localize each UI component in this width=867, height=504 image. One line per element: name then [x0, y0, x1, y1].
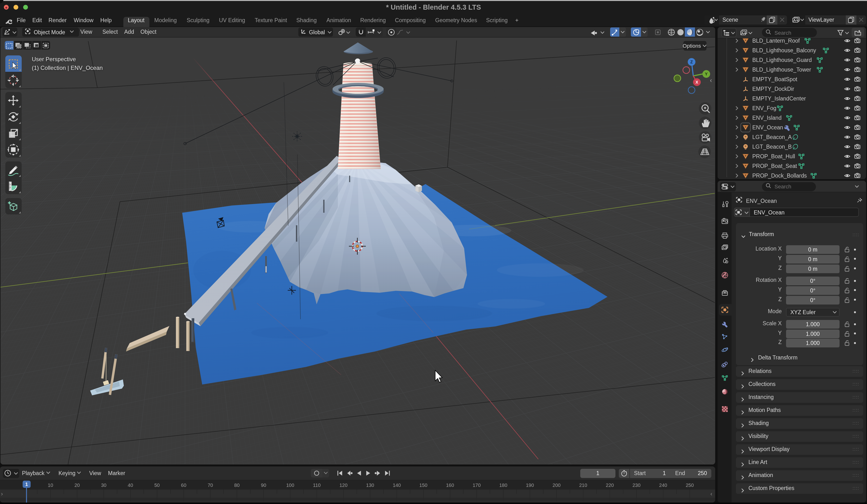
svg-text:ENV_Island: ENV_Island [752, 115, 781, 121]
svg-text:Z: Z [691, 60, 693, 64]
svg-text:PROP_Boat_Hull: PROP_Boat_Hull [752, 153, 795, 159]
svg-text:80: 80 [234, 482, 239, 487]
svg-text:PROP_Dock_Bollards: PROP_Dock_Bollards [752, 172, 807, 179]
svg-text:40: 40 [128, 482, 133, 487]
svg-text:PROP_Boat_Seat: PROP_Boat_Seat [752, 163, 797, 169]
svg-text:BLD_Lantern_Roof: BLD_Lantern_Roof [752, 37, 800, 44]
svg-text:LGT_Beacon_A: LGT_Beacon_A [752, 134, 792, 140]
svg-text:190: 190 [526, 482, 534, 487]
svg-text:1: 1 [25, 481, 28, 487]
svg-text:20: 20 [74, 482, 80, 487]
svg-text:EMPTY_DockDir: EMPTY_DockDir [752, 86, 794, 92]
svg-text:LGT_Beacon_B: LGT_Beacon_B [752, 143, 792, 150]
svg-text:200: 200 [553, 482, 560, 487]
svg-text:100: 100 [286, 482, 294, 487]
svg-text:BLD_Lighthouse_Guard: BLD_Lighthouse_Guard [752, 57, 812, 63]
svg-text:160: 160 [446, 482, 454, 487]
svg-text:70: 70 [208, 482, 213, 487]
svg-text:10: 10 [48, 482, 53, 487]
svg-text:BLD_Lighthouse_Balcony: BLD_Lighthouse_Balcony [752, 47, 816, 53]
svg-text:BLD_Lighthouse_Tower: BLD_Lighthouse_Tower [752, 66, 811, 73]
svg-text:210: 210 [579, 482, 587, 487]
svg-text:220: 220 [606, 482, 614, 487]
svg-text:170: 170 [473, 482, 481, 487]
svg-text:130: 130 [366, 482, 374, 487]
svg-text:ENV_Ocean: ENV_Ocean [752, 124, 783, 130]
svg-text:140: 140 [393, 482, 401, 487]
svg-text:120: 120 [340, 482, 347, 487]
svg-text:110: 110 [313, 482, 321, 487]
svg-text:240: 240 [659, 482, 667, 487]
svg-text:EMPTY_IslandCenter: EMPTY_IslandCenter [752, 95, 806, 101]
svg-text:250: 250 [686, 482, 694, 487]
svg-text:EMPTY_BoatSpot: EMPTY_BoatSpot [752, 76, 798, 82]
svg-text:180: 180 [499, 482, 507, 487]
svg-text:X: X [695, 80, 698, 84]
svg-text:90: 90 [261, 482, 266, 487]
svg-text:150: 150 [419, 482, 427, 487]
svg-text:60: 60 [181, 482, 186, 487]
svg-text:ENV_Fog: ENV_Fog [752, 105, 777, 111]
svg-text:Y: Y [705, 72, 708, 76]
svg-text:50: 50 [154, 482, 160, 487]
svg-text:30: 30 [101, 482, 106, 487]
svg-text:230: 230 [633, 482, 641, 487]
